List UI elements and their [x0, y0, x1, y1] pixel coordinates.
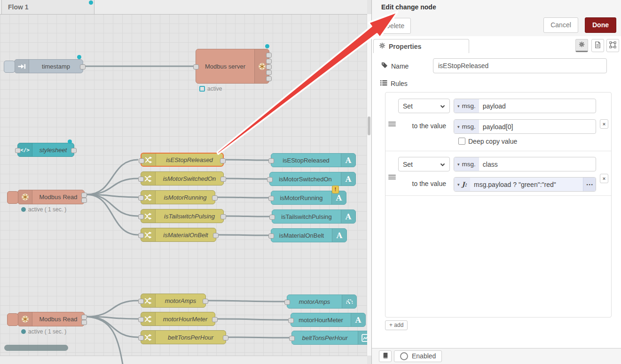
- input-port[interactable]: [193, 64, 199, 70]
- input-port[interactable]: [138, 177, 144, 182]
- properties-view-button[interactable]: [575, 39, 588, 52]
- rule1-property-type-button[interactable]: ▾ msg.: [454, 99, 479, 113]
- output-port[interactable]: [81, 198, 87, 203]
- wire[interactable]: [86, 301, 138, 317]
- output-port[interactable]: [220, 214, 226, 219]
- rule2-property-type-button[interactable]: ▾ msg.: [454, 157, 479, 171]
- flow-node-txt-isEStopReleased[interactable]: isEStopReleasedA: [271, 153, 356, 167]
- node-button[interactable]: [4, 61, 15, 73]
- wire[interactable]: [218, 235, 268, 235]
- input-port[interactable]: [284, 300, 290, 305]
- node-button[interactable]: [7, 191, 18, 204]
- rule2-delete-button[interactable]: ×: [600, 174, 608, 183]
- flow-node-txt-isTailswitchPulsing[interactable]: isTailswitchPulsingA: [272, 209, 356, 224]
- flow-node-txt-motorHourMeter[interactable]: motorHourMeterA: [291, 313, 366, 327]
- output-port[interactable]: [81, 320, 87, 325]
- output-port[interactable]: [71, 148, 77, 153]
- done-button[interactable]: Done: [585, 17, 616, 33]
- output-port[interactable]: [80, 64, 86, 70]
- input-port[interactable]: [138, 233, 144, 238]
- output-port[interactable]: [266, 53, 272, 58]
- rule2-value[interactable]: msg.payload ? "green":"red": [470, 178, 583, 191]
- flow-node-modbus-read-2[interactable]: Modbus Read: [17, 312, 85, 326]
- rule1-action-select[interactable]: Set: [398, 99, 450, 113]
- output-port[interactable]: [213, 233, 219, 238]
- wire[interactable]: [86, 317, 138, 337]
- output-port[interactable]: [203, 299, 208, 304]
- flow-node-ch-isTailswitchPulsing[interactable]: isTailswitchPulsing: [141, 209, 224, 223]
- scrollbar-thumb[interactable]: [368, 116, 370, 135]
- cancel-button[interactable]: Cancel: [543, 17, 578, 33]
- flow-node-ch-motorAmps[interactable]: motorAmps: [141, 294, 206, 308]
- input-port[interactable]: [267, 177, 273, 182]
- rule1-value-type-button[interactable]: ▾ msg.: [454, 120, 479, 133]
- wire[interactable]: [217, 197, 268, 198]
- input-port[interactable]: [268, 233, 274, 239]
- rule2-property-value[interactable]: class: [479, 157, 596, 171]
- wire[interactable]: [228, 337, 289, 338]
- flow-node-timestamp[interactable]: timestamp: [14, 59, 83, 73]
- input-port[interactable]: [288, 318, 294, 323]
- input-port[interactable]: [138, 317, 144, 322]
- output-port[interactable]: [220, 177, 226, 182]
- input-port[interactable]: [289, 336, 295, 341]
- input-port[interactable]: [15, 148, 21, 153]
- flow-node-ch-isMaterialOnBelt[interactable]: isMaterialOnBelt: [141, 228, 216, 242]
- output-port[interactable]: [81, 193, 87, 198]
- name-input[interactable]: [433, 58, 607, 73]
- expression-editor-button[interactable]: ⋯: [583, 178, 596, 191]
- output-port[interactable]: [266, 59, 272, 64]
- output-port[interactable]: [223, 335, 228, 341]
- delete-button[interactable]: Delete: [379, 18, 411, 34]
- flow-node-txt-isMotorRunning[interactable]: isMotorRunningA!: [271, 191, 346, 205]
- wire[interactable]: [86, 160, 138, 194]
- wire[interactable]: [217, 319, 288, 320]
- input-port[interactable]: [138, 214, 144, 219]
- rule1-property-field[interactable]: ▾ msg. payload: [454, 99, 596, 113]
- add-rule-button[interactable]: + add: [385, 320, 408, 330]
- rule2-property-field[interactable]: ▾ msg. class: [454, 157, 596, 171]
- wire[interactable]: [86, 317, 124, 364]
- flow-node-ch-isEStopReleased[interactable]: isEStopReleased: [141, 153, 224, 167]
- rule1-value-field[interactable]: ▾ msg. payload[0]: [454, 119, 596, 134]
- flow-node-modbus-read-1[interactable]: Modbus Read: [17, 190, 85, 204]
- output-port[interactable]: [212, 317, 218, 322]
- input-port[interactable]: [269, 215, 275, 220]
- flow-node-txt-motorAmps[interactable]: motorAmps: [287, 294, 357, 309]
- rule2-value-type-button[interactable]: ▾ J:: [454, 178, 470, 191]
- flow-node-ch-motorHourMeter[interactable]: motorHourMeter: [141, 312, 215, 326]
- deep-copy-checkbox[interactable]: [458, 138, 465, 145]
- rule2-value-field[interactable]: ▾ J: msg.payload ? "green":"red" ⋯: [454, 177, 596, 192]
- wire[interactable]: [208, 301, 284, 302]
- node-button[interactable]: [7, 313, 18, 326]
- flow-node-txt-beltTonsPerHour[interactable]: beltTonsPerHour: [291, 331, 367, 345]
- tab-properties[interactable]: Properties: [373, 39, 469, 53]
- wire[interactable]: [226, 216, 269, 217]
- input-port[interactable]: [268, 196, 274, 201]
- flow-node-txt-isMaterialOnBelt[interactable]: isMaterialOnBeltA: [271, 228, 347, 242]
- rule1-delete-button[interactable]: ×: [600, 119, 608, 129]
- flow-node-ch-isMotorRunning[interactable]: isMotorRunning: [141, 190, 215, 204]
- input-port[interactable]: [138, 335, 144, 341]
- enabled-toggle[interactable]: Enabled: [394, 350, 442, 362]
- output-port[interactable]: [266, 76, 272, 81]
- output-port[interactable]: [266, 64, 272, 70]
- rule2-action-select[interactable]: Set: [398, 157, 450, 171]
- wire[interactable]: [86, 178, 138, 194]
- input-port[interactable]: [268, 158, 274, 163]
- flow-node-stylesheet[interactable]: </>stylesheet: [17, 143, 74, 157]
- output-port[interactable]: [266, 70, 272, 75]
- output-port[interactable]: [81, 315, 87, 320]
- flow-node-txt-isMotorSwitchedOn[interactable]: isMotorSwitchedOnA: [269, 172, 356, 186]
- node-appearance-button[interactable]: [606, 39, 619, 52]
- input-port[interactable]: [139, 158, 144, 163]
- flow-node-ch-beltTonsPerHour[interactable]: beltTonsPerHour: [141, 330, 226, 344]
- input-port[interactable]: [138, 195, 144, 201]
- docs-button[interactable]: [379, 350, 392, 362]
- vertical-scrollbar[interactable]: [367, 14, 371, 356]
- rule1-property-value[interactable]: payload: [479, 99, 596, 113]
- input-port[interactable]: [138, 299, 144, 304]
- description-view-button[interactable]: [591, 39, 604, 52]
- output-port[interactable]: [212, 195, 218, 201]
- flow-node-modbus-server[interactable]: Modbus server: [196, 49, 269, 84]
